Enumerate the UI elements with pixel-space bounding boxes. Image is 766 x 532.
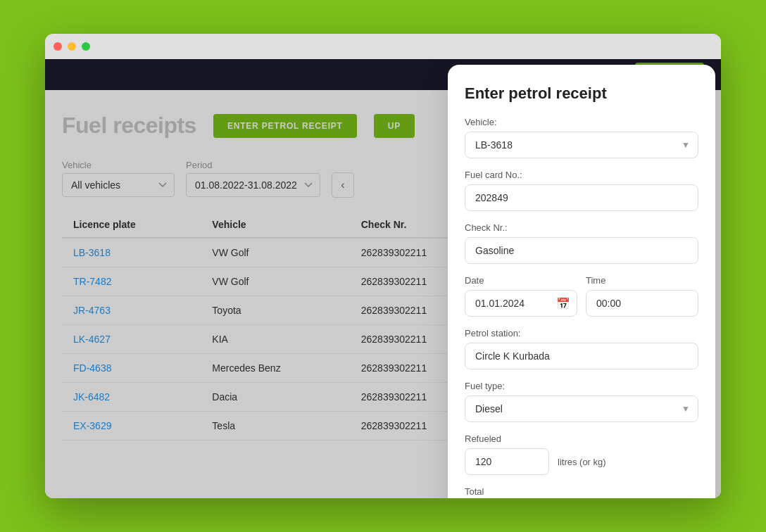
enter-receipt-modal: Enter petrol receipt Vehicle: LB-3618 ▼ … — [448, 65, 715, 498]
petrol-station-form-group: Petrol station: — [465, 328, 698, 369]
modal-title: Enter petrol receipt — [465, 84, 698, 103]
refueled-row: litres (or kg) — [465, 448, 698, 475]
expand-dot — [82, 42, 90, 51]
refueled-label: Refueled — [465, 433, 698, 444]
fuel-card-label: Fuel card No.: — [465, 170, 698, 180]
date-label: Date — [465, 275, 577, 286]
total-label: Total — [465, 486, 698, 497]
refueled-unit: litres (or kg) — [558, 448, 606, 475]
fuel-type-select-wrap: Diesel ▼ — [465, 395, 698, 422]
date-time-row: Date 📅 Time — [465, 275, 698, 328]
vehicle-select-wrap: LB-3618 ▼ — [465, 132, 698, 158]
date-input-wrap: 📅 — [465, 290, 577, 317]
fuel-type-label: Fuel type: — [465, 381, 698, 391]
fuel-card-form-group: Fuel card No.: — [465, 170, 698, 211]
time-label: Time — [586, 275, 698, 286]
date-form-group: Date 📅 — [465, 275, 577, 317]
time-form-group: Time — [586, 275, 698, 317]
vehicle-select[interactable]: LB-3618 — [465, 132, 698, 158]
time-input[interactable] — [586, 290, 698, 317]
check-nr-input[interactable] — [465, 237, 698, 264]
vehicle-form-group: Vehicle: LB-3618 ▼ — [465, 117, 698, 158]
petrol-station-input[interactable] — [465, 343, 698, 369]
minimize-dot — [68, 42, 76, 51]
vehicle-label: Vehicle: — [465, 117, 698, 127]
refueled-form-group: Refueled litres (or kg) — [465, 433, 698, 475]
fuel-type-select[interactable]: Diesel — [465, 395, 698, 422]
calendar-icon[interactable]: 📅 — [556, 297, 570, 310]
check-nr-form-group: Check Nr.: — [465, 222, 698, 264]
total-form-group: Total EUR ▼ — [465, 486, 698, 498]
close-dot — [54, 42, 62, 51]
modal-overlay: Enter petrol receipt Vehicle: LB-3618 ▼ … — [45, 59, 721, 498]
fuel-card-input[interactable] — [465, 184, 698, 211]
petrol-station-label: Petrol station: — [465, 328, 698, 338]
check-nr-label: Check Nr.: — [465, 222, 698, 233]
refueled-input[interactable] — [465, 448, 549, 475]
fuel-type-form-group: Fuel type: Diesel ▼ — [465, 381, 698, 422]
